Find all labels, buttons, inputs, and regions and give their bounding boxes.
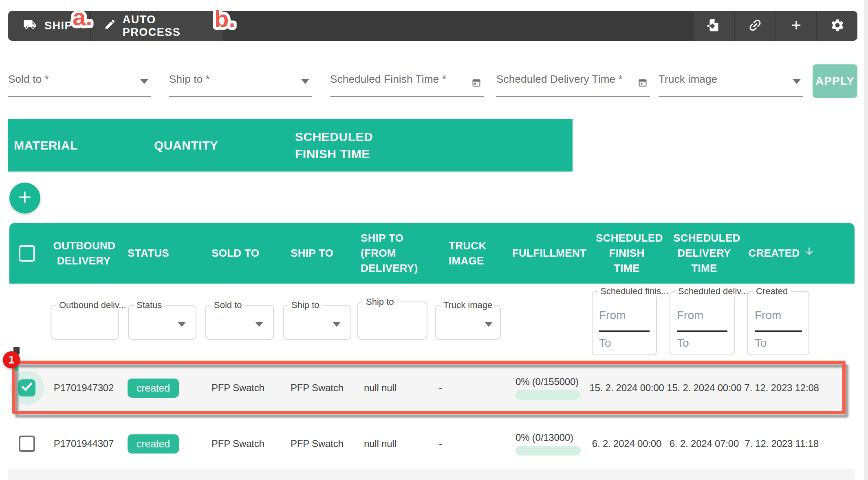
fulfillment-progress-bar [516,446,581,456]
apply-button[interactable]: APPLY [813,64,857,98]
scheduled-delivery-cell: 6. 2. 2024 07:00 [665,438,743,449]
caret-down-icon [255,322,263,327]
column-header-fulfillment[interactable]: FULFILLMENT [511,246,588,261]
gear-icon [830,18,845,34]
filter-scheduled-finish-range: Scheduled finis... From To [592,291,657,355]
fulfillment-text: 0% (0/13000) [516,432,588,443]
truck-image-select[interactable]: Truck image [659,64,803,97]
auto-process-button[interactable]: AUTO PROCESS [91,11,223,41]
scheduled-finish-to-input[interactable]: To [599,337,611,350]
filter-ship-to-label: Ship to [289,300,322,310]
created-from-input[interactable]: From [755,309,781,322]
row-checkbox-cell [9,371,44,405]
column-header-scheduled-delivery-time[interactable]: SCHEDULED DELIVERY TIME [665,231,743,276]
row-checkbox-checked[interactable] [10,371,44,405]
sold-to-cell: PFP Swatch [201,438,278,449]
toolbar-button-group: SHIP AUTO PROCESS [8,11,223,41]
column-header-created[interactable]: CREATED [743,246,820,261]
column-header-scheduled-finish-time[interactable]: SCHEDULED FINISH TIME [588,231,665,276]
plus-icon [789,18,803,34]
apply-button-label: APPLY [815,75,855,88]
scheduled-delivery-cell: 15. 2. 2024 00:00 [665,382,743,394]
filter-status-select[interactable]: Status [128,305,196,340]
add-material-fab[interactable] [9,183,40,214]
fulfillment-cell: 0% (0/13000) [511,432,588,456]
filter-scheduled-finish-label: Scheduled finis... [597,286,672,297]
fulfillment-cell: 0% (0/155000) [511,376,588,400]
filter-sold-to-label: Sold to [211,300,245,310]
select-all-cell [9,245,44,262]
scheduled-finish-time-label: Scheduled Finish Time * [330,73,446,86]
material-table-header: MATERIAL QUANTITY SCHEDULED FINISH TIME [8,119,573,172]
vertical-scrollbar[interactable] [864,0,868,480]
caret-down-icon [178,322,186,327]
add-button[interactable] [775,11,817,41]
column-header-sold-to[interactable]: SOLD TO [201,246,278,261]
calendar-icon[interactable] [471,77,481,90]
column-header-ship-to-from-delivery[interactable]: SHIP TO (FROM DELIVERY) [356,231,433,276]
select-all-checkbox[interactable] [19,245,35,262]
check-icon [20,380,34,396]
quantity-column-header: QUANTITY [154,137,218,154]
top-toolbar: SHIP AUTO PROCESS [8,11,857,41]
column-header-outbound-delivery[interactable]: OUTBOUND DELIVERY [44,238,123,269]
outbound-delivery-cell: P1701944307 [44,438,123,449]
created-cell: 7. 12. 2023 12:08 [743,382,820,394]
settings-button[interactable] [816,11,857,41]
next-row-partial [8,469,855,480]
filter-truck-image-select[interactable]: Truck image [435,305,501,340]
input-underline [599,330,650,332]
column-header-ship-to[interactable]: SHIP TO [278,246,356,261]
filter-ship-to-select[interactable]: Ship to [283,305,351,340]
filter-ship-to-from-delivery-input[interactable]: Ship to [357,302,427,340]
plus-icon [17,189,33,207]
table-row[interactable]: P1701944307 created PFP Swatch PFP Swatc… [9,423,855,464]
ship-button[interactable]: SHIP [8,11,90,41]
column-header-truck-image[interactable]: TRUCK IMAGE [433,238,511,269]
scheduled-finish-from-input[interactable]: From [599,309,626,322]
scheduled-finish-time-input[interactable]: Scheduled Finish Time * [330,64,484,97]
created-to-input[interactable]: To [755,337,767,350]
scheduled-delivery-time-label: Scheduled Delivery Time * [496,73,623,86]
file-import-icon [707,18,721,34]
annotation-row-marker: 1 [3,351,20,368]
scheduled-finish-cell: 15. 2. 2024 00:00 [588,382,665,394]
pencil-icon [104,18,116,33]
sold-to-select[interactable]: Sold to * [8,64,151,97]
truck-image-cell: - [433,382,511,394]
filter-sold-to-select[interactable]: Sold to [205,305,274,340]
scheduled-delivery-to-input[interactable]: To [677,337,689,350]
status-cell: created [123,434,201,454]
input-underline [755,330,802,332]
scheduled-delivery-from-input[interactable]: From [677,309,703,322]
caret-down-icon [485,322,493,327]
ship-to-from-delivery-cell: null null [356,382,433,394]
filter-scheduled-delivery-range: Scheduled deliv... From To [670,291,735,355]
status-badge: created [128,434,179,454]
filter-scheduled-delivery-label: Scheduled deliv... [675,286,751,297]
material-column-header: MATERIAL [14,137,78,154]
ship-button-label: SHIP [44,20,73,32]
filter-outbound-delivery-input[interactable]: Outbound deliv... [51,305,119,340]
truck-image-cell: - [433,438,511,449]
column-header-status[interactable]: STATUS [123,246,201,261]
table-row[interactable]: P1701947302 created PFP Swatch PFP Swatc… [9,365,855,411]
link-button[interactable] [734,11,775,41]
fulfillment-text: 0% (0/155000) [516,376,588,388]
status-badge: created [128,379,179,398]
truck-image-select-label: Truck image [659,73,717,86]
auto-process-button-label: AUTO PROCESS [123,13,207,39]
ship-to-select[interactable]: Ship to * [169,64,312,97]
status-cell: created [123,379,201,398]
scheduled-delivery-time-input[interactable]: Scheduled Delivery Time * [496,64,650,97]
caret-down-icon [793,79,801,84]
caret-down-icon [301,79,309,84]
row-checkbox-unchecked[interactable] [19,436,35,452]
sort-arrow-down-icon [804,246,815,261]
scheduled-finish-time-column-header: SCHEDULED FINISH TIME [295,128,414,163]
calendar-icon[interactable] [638,77,648,90]
row-checkbox-cell [9,436,44,452]
import-deliveries-button[interactable] [694,11,734,41]
outbound-delivery-cell: P1701947302 [44,382,123,394]
truck-icon [22,18,38,34]
